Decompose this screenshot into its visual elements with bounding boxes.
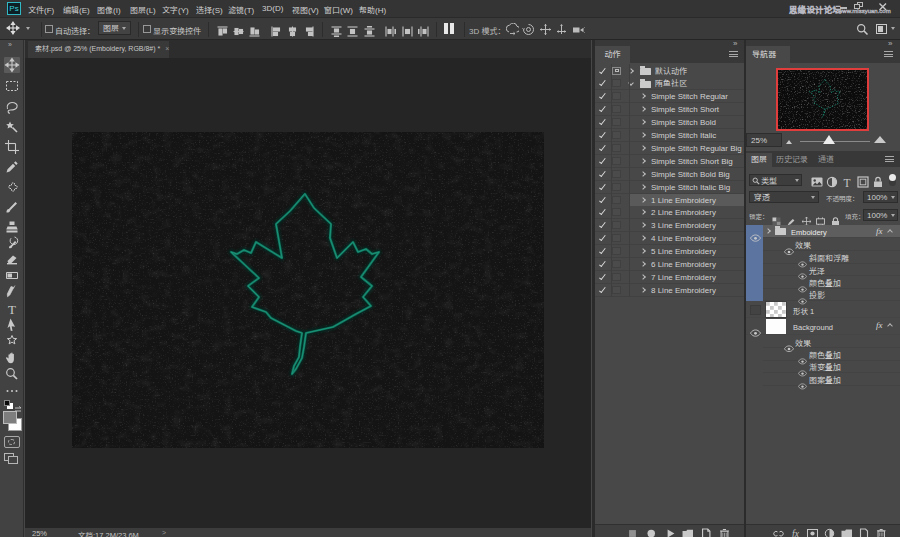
svg-text:T: T [843, 177, 850, 189]
svg-text:fx: fx [792, 529, 800, 537]
svg-text:T: T [8, 302, 16, 317]
